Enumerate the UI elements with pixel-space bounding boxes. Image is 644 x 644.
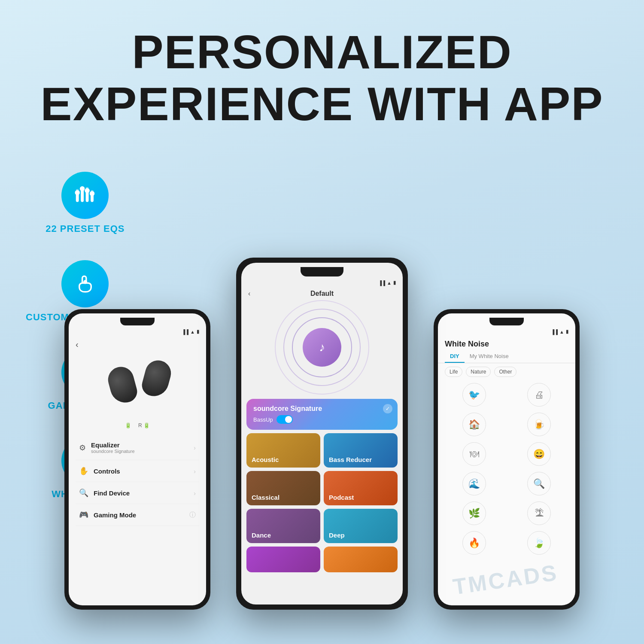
music-visual: ♪ <box>275 300 369 395</box>
wifi-center: ▲ <box>387 280 392 286</box>
phone-right: ▐▐ ▲ ▮ White Noise DIY My White Noise Li… <box>434 309 580 610</box>
whitenoise-icon-12[interactable]: 🍃 <box>527 531 551 555</box>
eq-label-classical: Classical <box>252 494 279 501</box>
eq-card-bottom2[interactable] <box>324 547 398 572</box>
menu-find-label: Find Device <box>94 489 130 497</box>
signal-icon: ▐▐ <box>182 329 189 334</box>
menu-equalizer-sub: soundcore Signature <box>91 449 135 454</box>
back-arrow-left[interactable]: ‹ <box>76 340 199 349</box>
whitenoise-icon-9[interactable]: 🌿 <box>462 501 486 525</box>
whitenoise-icon-4[interactable]: 🍺 <box>527 413 551 436</box>
battery-left-icon: 🔋 <box>125 422 131 428</box>
menu-chevron-controls: › <box>194 468 196 475</box>
eq-label-podcast: Podcast <box>329 494 354 501</box>
phone-left: ▐▐ ▲ ▮ ‹ 🔋 R 🔋 <box>64 309 210 610</box>
heading-line2: EXPERIENCE WITH APP <box>0 78 644 130</box>
soundcore-check: ✓ <box>383 404 392 413</box>
menu-chevron-gaming: ⓘ <box>189 511 196 519</box>
tab-my-white-noise[interactable]: My White Noise <box>465 350 514 363</box>
menu-equalizer-label: Equalizer <box>91 441 135 449</box>
battery-right: ▮ <box>566 329 568 334</box>
eq-grid: Acoustic Bass Reducer Classical Podcast … <box>246 433 398 543</box>
right-screen-title: White Noise <box>438 336 575 350</box>
notch-right <box>489 318 524 325</box>
wifi-right: ▲ <box>559 329 564 334</box>
whitenoise-icon-11[interactable]: 🔥 <box>462 531 486 555</box>
bassup-label: BassUp <box>253 416 273 423</box>
equalizer-menu-icon: ⚙ <box>79 443 86 453</box>
subtab-other[interactable]: Other <box>494 367 516 377</box>
right-subtabs: Life Nature Other <box>438 367 575 380</box>
menu-find-device[interactable]: 🔍 Find Device › <box>76 482 199 504</box>
whitenoise-icon-8[interactable]: 🔍 <box>527 472 551 495</box>
eq-card-dance[interactable]: Dance <box>246 509 320 543</box>
battery-center: ▮ <box>393 280 396 286</box>
soundcore-card[interactable]: ✓ soundcore Signature BassUp <box>246 399 398 430</box>
eq-card-bass-reducer[interactable]: Bass Reducer <box>324 433 398 468</box>
heading-line1: PERSONALIZED <box>0 26 644 78</box>
eq-card-bottom1[interactable] <box>246 547 320 572</box>
find-device-menu-icon: 🔍 <box>79 488 88 498</box>
status-icons-left: ▐▐ ▲ ▮ <box>182 329 199 334</box>
whitenoise-icon-2[interactable]: 🖨 <box>527 383 551 407</box>
notch-left <box>120 318 155 325</box>
battery-right-icon: R 🔋 <box>138 422 150 428</box>
menu-gaming-mode[interactable]: 🎮 Gaming Mode ⓘ <box>76 504 199 526</box>
center-screen-title: Default <box>310 290 334 298</box>
phone-center: ▐▐ ▲ ▮ ‹ Default ♪ <box>236 258 408 610</box>
phones-container: ▐▐ ▲ ▮ ‹ 🔋 R 🔋 <box>64 159 580 610</box>
subtab-nature[interactable]: Nature <box>466 367 491 377</box>
eq-card-acoustic[interactable]: Acoustic <box>246 433 320 468</box>
menu-equalizer[interactable]: ⚙ Equalizer soundcore Signature › <box>76 435 199 460</box>
status-bar-center: ▐▐ ▲ ▮ <box>241 276 403 287</box>
signal-right: ▐▐ <box>551 329 558 334</box>
gaming-menu-icon: 🎮 <box>79 510 88 519</box>
soundcore-title: soundcore Signature <box>253 405 391 413</box>
eq-label-acoustic: Acoustic <box>252 456 279 463</box>
menu-controls-label: Controls <box>94 468 120 475</box>
eq-label-dance: Dance <box>252 532 271 539</box>
whitenoise-icon-5[interactable]: 🍽 <box>462 442 486 466</box>
toggle-knob <box>285 416 292 423</box>
whitenoise-icon-grid: 🐦 🖨 🏠 🍺 🍽 😄 🌊 🔍 🌿 🏝 🔥 🍃 <box>438 380 575 558</box>
menu-gaming-label: Gaming Mode <box>94 511 136 519</box>
battery-icon-left: ▮ <box>197 329 199 334</box>
wifi-icon: ▲ <box>190 329 195 334</box>
menu-controls[interactable]: ✋ Controls › <box>76 460 199 482</box>
signal-center: ▐▐ <box>379 280 386 286</box>
status-bar-left: ▐▐ ▲ ▮ <box>69 325 206 336</box>
whitenoise-icon-7[interactable]: 🌊 <box>462 472 486 495</box>
right-tabs: DIY My White Noise <box>438 350 575 363</box>
back-arrow-center[interactable]: ‹ <box>248 290 250 298</box>
status-bar-right: ▐▐ ▲ ▮ <box>438 325 575 336</box>
eq-card-podcast[interactable]: Podcast <box>324 471 398 505</box>
music-center-icon: ♪ <box>303 328 341 367</box>
tab-diy[interactable]: DIY <box>445 350 465 363</box>
controls-menu-icon: ✋ <box>79 466 88 476</box>
notch-center <box>301 267 343 276</box>
main-heading: PERSONALIZED EXPERIENCE WITH APP <box>0 0 644 130</box>
whitenoise-icon-10[interactable]: 🏝 <box>527 501 551 525</box>
bassup-row: BassUp <box>253 415 391 424</box>
eq-card-classical[interactable]: Classical <box>246 471 320 505</box>
eq-card-deep[interactable]: Deep <box>324 509 398 543</box>
whitenoise-icon-1[interactable]: 🐦 <box>462 383 486 407</box>
phone-center-screen: ▐▐ ▲ ▮ ‹ Default ♪ <box>241 263 403 605</box>
menu-chevron-find: › <box>194 489 196 497</box>
whitenoise-icon-3[interactable]: 🏠 <box>462 413 486 436</box>
eq-label-bass: Bass Reducer <box>329 456 372 463</box>
bassup-toggle[interactable] <box>276 415 293 424</box>
whitenoise-icon-6[interactable]: 😄 <box>527 442 551 466</box>
menu-chevron-eqz: › <box>194 444 196 451</box>
status-icons-center: ▐▐ ▲ ▮ <box>379 280 396 286</box>
eq-label-deep: Deep <box>329 532 345 539</box>
center-top-bar: ‹ Default <box>241 287 403 300</box>
phone-left-screen: ▐▐ ▲ ▮ ‹ 🔋 R 🔋 <box>69 313 206 605</box>
menu-items-left: ⚙ Equalizer soundcore Signature › ✋ Cont… <box>76 435 199 526</box>
status-icons-right: ▐▐ ▲ ▮ <box>551 329 568 334</box>
subtab-life[interactable]: Life <box>445 367 462 377</box>
